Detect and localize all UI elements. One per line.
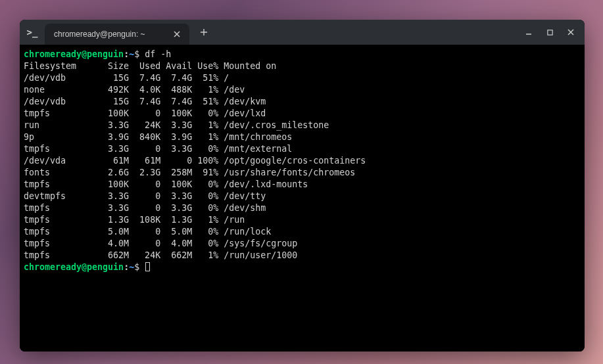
- tab-active[interactable]: chromeready@penguin: ~: [45, 24, 189, 45]
- tabs-container: chromeready@penguin: ~: [45, 20, 189, 45]
- prompt-user: chromeready: [24, 49, 82, 59]
- new-tab-button[interactable]: [193, 20, 214, 45]
- prompt-at: @: [82, 262, 87, 272]
- prompt-dollar: $: [134, 262, 139, 272]
- output-row: tmpfs 5.0M 0 5.0M 0% /run/lock: [24, 226, 581, 238]
- output-row: run 3.3G 24K 3.3G 1% /dev/.cros_mileston…: [24, 120, 581, 131]
- output-row: tmpfs 662M 24K 662M 1% /run/user/1000: [24, 250, 581, 262]
- prompt-user: chromeready: [24, 262, 82, 272]
- output-row: tmpfs 4.0M 0 4.0M 0% /sys/fs/cgroup: [24, 238, 581, 250]
- prompt-host: penguin: [87, 49, 124, 59]
- terminal-body[interactable]: chromeready@penguin:~$ df -h Filesystem …: [20, 45, 585, 352]
- output-row: tmpfs 1.3G 108K 1.3G 1% /run: [24, 214, 581, 226]
- svg-rect-5: [547, 30, 552, 34]
- prompt-path: ~: [129, 49, 134, 59]
- prompt-line-2: chromeready@penguin:~$: [24, 262, 581, 273]
- prompt-at: @: [82, 49, 87, 59]
- output-rows: /dev/vdb 15G 7.4G 7.4G 51% /none 492K 4.…: [24, 72, 581, 262]
- prompt-colon: :: [124, 262, 129, 272]
- maximize-button[interactable]: [540, 22, 560, 42]
- window-controls: [519, 20, 585, 45]
- output-row: tmpfs 100K 0 100K 0% /dev/.lxd-mounts: [24, 179, 581, 191]
- prompt-host: penguin: [87, 262, 124, 272]
- output-row: tmpfs 100K 0 100K 0% /dev/lxd: [24, 108, 581, 120]
- output-row: tmpfs 3.3G 0 3.3G 0% /dev/shm: [24, 202, 581, 214]
- prompt-dollar: $: [134, 49, 139, 59]
- cursor-icon: [145, 262, 150, 271]
- output-row: /dev/vdb 15G 7.4G 7.4G 51% /dev/kvm: [24, 96, 581, 108]
- prompt-colon: :: [124, 49, 129, 59]
- close-window-button[interactable]: [561, 22, 581, 42]
- minimize-button[interactable]: [519, 22, 539, 42]
- titlebar-spacer: [214, 20, 519, 45]
- output-row: fonts 2.6G 2.3G 258M 91% /usr/share/font…: [24, 167, 581, 179]
- output-row: 9p 3.9G 840K 3.9G 1% /mnt/chromeos: [24, 131, 581, 143]
- output-row: /dev/vdb 15G 7.4G 7.4G 51% /: [24, 72, 581, 84]
- terminal-app-icon: >_: [20, 20, 45, 45]
- titlebar[interactable]: >_ chromeready@penguin: ~: [20, 20, 585, 45]
- output-row: tmpfs 3.3G 0 3.3G 0% /mnt/external: [24, 143, 581, 155]
- prompt-line-1: chromeready@penguin:~$ df -h: [24, 49, 581, 60]
- output-header: Filesystem Size Used Avail Use% Mounted …: [24, 60, 581, 72]
- command-text: df -h: [145, 49, 171, 59]
- tab-title: chromeready@penguin: ~: [54, 30, 171, 39]
- terminal-window: >_ chromeready@penguin: ~: [20, 20, 585, 352]
- close-tab-icon[interactable]: [171, 28, 183, 40]
- output-row: /dev/vda 61M 61M 0 100% /opt/google/cros…: [24, 155, 581, 167]
- output-row: none 492K 4.0K 488K 1% /dev: [24, 84, 581, 96]
- output-row: devtmpfs 3.3G 0 3.3G 0% /dev/tty: [24, 191, 581, 202]
- prompt-path: ~: [129, 262, 134, 272]
